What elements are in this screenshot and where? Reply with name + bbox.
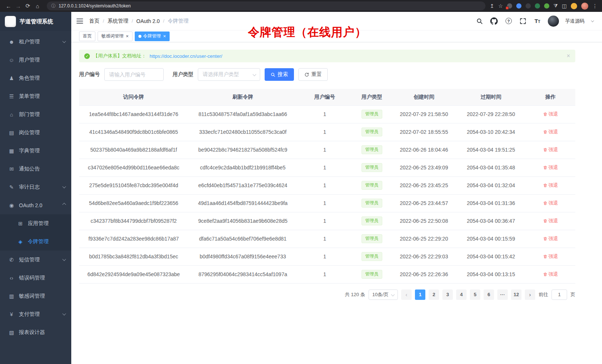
share-icon[interactable]: ↥: [490, 3, 494, 9]
sidebar-item[interactable]: ☻租户管理: [0, 33, 71, 51]
logo-area[interactable]: 芋道管理系统: [0, 12, 71, 31]
next-page-button[interactable]: ›: [525, 289, 535, 300]
force-logout-button[interactable]: 强退: [543, 235, 558, 242]
chevron-down-icon[interactable]: [591, 19, 594, 22]
browser-menu-icon[interactable]: ⋮: [592, 3, 598, 9]
search-icon[interactable]: [475, 17, 484, 25]
chevron-down-icon: [62, 312, 66, 315]
close-icon[interactable]: ×: [126, 34, 129, 39]
page-button[interactable]: 12: [511, 289, 521, 300]
tab-item[interactable]: 首页: [79, 32, 95, 41]
address-bar[interactable]: ⓘ 127.0.0.1:1024/system/oauth2/token: [47, 1, 485, 10]
access-token-cell: 54d6be82ee5a460a9aedc1f9bf223656: [79, 194, 188, 212]
prev-page-button[interactable]: ‹: [401, 289, 412, 300]
font-size-icon[interactable]: TT: [533, 17, 542, 25]
force-logout-button[interactable]: 强退: [543, 218, 558, 224]
breadcrumb-item[interactable]: 系统管理: [108, 18, 128, 24]
expire-time-cell: 2022-07-29 22:28:50: [456, 105, 526, 123]
sidebar-item[interactable]: ⌂部门管理: [0, 105, 71, 123]
extension-icon[interactable]: [544, 3, 549, 9]
force-logout-button[interactable]: 强退: [543, 253, 558, 260]
sidebar-item[interactable]: ◈令牌管理: [0, 232, 71, 251]
close-icon[interactable]: ×: [567, 53, 570, 59]
goto-page-input[interactable]: [552, 289, 567, 300]
sidebar-item[interactable]: ✎审计日志: [0, 178, 71, 196]
user-id-input[interactable]: [104, 68, 164, 81]
extension-icon[interactable]: [507, 3, 512, 9]
user-type-select[interactable]: 请选择用户类型: [198, 68, 260, 81]
column-header: 创建时间: [392, 89, 456, 105]
search-button[interactable]: 搜索: [265, 68, 294, 81]
breadcrumb-item: 令牌管理: [168, 18, 189, 24]
sidebar-item[interactable]: ☰菜单管理: [0, 87, 71, 105]
force-logout-button[interactable]: 强退: [543, 200, 558, 206]
tab-split-icon[interactable]: ◫: [562, 3, 567, 9]
sidebar-item[interactable]: ¥支付管理: [0, 305, 71, 323]
page-button[interactable]: 3: [442, 289, 453, 300]
user-id-cell: 1: [297, 105, 352, 123]
sidebar-item[interactable]: ▥敏感词管理: [0, 287, 71, 305]
back-icon[interactable]: ←: [4, 1, 13, 11]
sidebar-toggle-icon[interactable]: [76, 18, 83, 24]
extensions-puzzle-icon[interactable]: ⧩: [553, 3, 558, 9]
user-name[interactable]: 芋道源码: [565, 18, 585, 24]
sidebar-item[interactable]: ⊞应用管理: [0, 214, 71, 232]
expire-time-cell: 2054-03-04 01:35:48: [456, 159, 526, 176]
force-logout-button[interactable]: 强退: [543, 271, 558, 278]
sidebar-item-label: 短信管理: [19, 257, 62, 263]
more-pages-button[interactable]: ···: [497, 289, 508, 300]
tab-item[interactable]: 令牌管理×: [135, 32, 170, 41]
page-button[interactable]: 4: [456, 289, 467, 300]
fullscreen-icon[interactable]: [519, 17, 527, 25]
page-size-select[interactable]: 10条/页: [369, 289, 398, 300]
refresh-icon[interactable]: ⟳: [23, 1, 33, 11]
sidebar-item[interactable]: ‹›错误码管理: [0, 269, 71, 287]
force-logout-button[interactable]: 强退: [543, 164, 558, 171]
action-cell: 强退: [526, 194, 575, 212]
extension-icon[interactable]: [535, 3, 540, 9]
browser-profile-avatar[interactable]: [581, 3, 588, 10]
user-type-tag: 管理员: [361, 234, 382, 243]
force-logout-button[interactable]: 强退: [543, 111, 558, 118]
sidebar-item-label: 支付管理: [19, 311, 62, 318]
breadcrumb-item[interactable]: OAuth 2.0: [136, 18, 160, 24]
page-button[interactable]: 1: [415, 289, 425, 300]
sidebar-item[interactable]: ▦字典管理: [0, 142, 71, 160]
forward-icon[interactable]: →: [13, 1, 23, 11]
home-icon[interactable]: ⌂: [33, 1, 42, 11]
action-cell: 强退: [526, 159, 575, 176]
tab-item[interactable]: 敏感词管理×: [98, 32, 132, 41]
force-logout-button[interactable]: 强退: [543, 182, 558, 189]
extension-icon[interactable]: [516, 3, 521, 9]
emoji-extension-icon[interactable]: [571, 3, 577, 9]
sidebar-item[interactable]: ☺用户管理: [0, 51, 71, 69]
doc-link[interactable]: https://doc.iocoder.cn/user-center/: [150, 53, 222, 59]
extension-icon[interactable]: [526, 3, 531, 9]
force-logout-button[interactable]: 强退: [543, 129, 558, 135]
sidebar-item[interactable]: ▤岗位管理: [0, 123, 71, 142]
page-button[interactable]: 2: [429, 289, 439, 300]
sidebar-item[interactable]: ▧报表设计器: [0, 323, 71, 341]
sidebar-item[interactable]: ♟角色管理: [0, 69, 71, 87]
github-icon[interactable]: [490, 17, 498, 25]
refresh-token-cell: be90422b8c7946218275a508bf524fc9: [188, 141, 297, 159]
sidebar-item[interactable]: ✆短信管理: [0, 251, 71, 269]
reset-button[interactable]: 重置: [298, 68, 328, 81]
access-token-cell: 275e5de9151045fe87cbdc395e004f4d: [79, 176, 188, 194]
bookmark-star-icon[interactable]: ☆: [498, 3, 503, 9]
page-button[interactable]: 5: [470, 289, 480, 300]
column-header: 访问令牌: [79, 89, 188, 105]
errorcode-icon: ‹›: [7, 275, 16, 281]
force-logout-button[interactable]: 强退: [543, 146, 558, 153]
dept-icon: ⌂: [7, 112, 16, 118]
sidebar-item[interactable]: ◉OAuth 2.0: [0, 196, 71, 214]
page-button[interactable]: 6: [484, 289, 494, 300]
expire-time-cell: 2054-03-04 01:31:36: [456, 194, 526, 212]
help-icon[interactable]: ?: [504, 17, 513, 25]
site-info-icon[interactable]: ⓘ: [51, 3, 56, 9]
user-avatar[interactable]: [548, 16, 559, 27]
breadcrumb-item[interactable]: 首页: [89, 18, 99, 24]
close-icon[interactable]: ×: [163, 34, 166, 39]
sidebar-item[interactable]: ✉通知公告: [0, 160, 71, 178]
delete-icon: [543, 236, 547, 241]
